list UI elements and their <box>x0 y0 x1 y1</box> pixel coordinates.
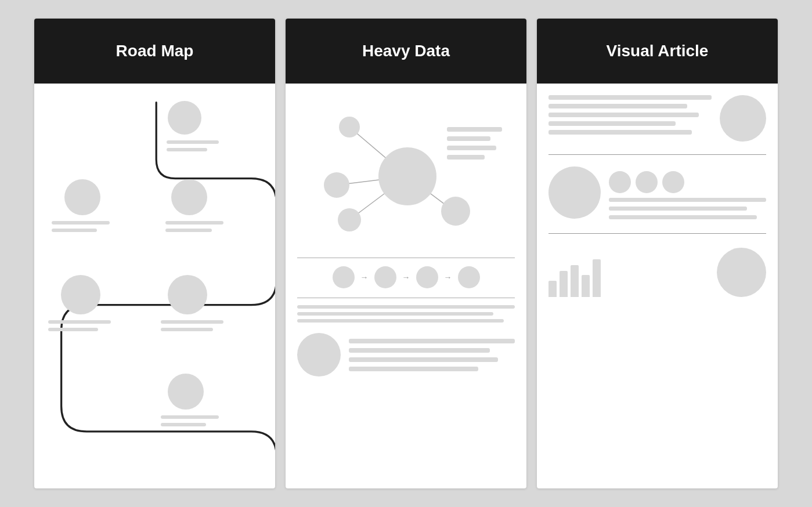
hd-text-line <box>447 127 502 132</box>
va-mid-line <box>609 207 747 211</box>
road-map-header: Road Map <box>34 19 275 84</box>
va-text-line <box>548 95 712 100</box>
va-bar-1 <box>548 281 557 297</box>
va-top-circle <box>720 95 766 142</box>
va-small-circles-row <box>609 171 766 193</box>
va-small-circle-3 <box>662 171 684 193</box>
va-mid-line <box>609 215 757 219</box>
va-bar-2 <box>560 271 568 297</box>
heavy-data-body: → → → <box>286 84 526 488</box>
rm-line <box>161 415 219 419</box>
va-text-block-1 <box>548 95 712 135</box>
hd-bottom-line <box>349 339 515 343</box>
rm-line <box>167 148 207 151</box>
cards-container: Road Map <box>17 1 795 506</box>
hd-small-circle-3 <box>338 208 361 231</box>
rm-line <box>48 328 98 331</box>
rm-lines-1 <box>167 140 219 151</box>
hd-line <box>297 312 493 316</box>
hd-small-circle-2 <box>324 172 349 198</box>
va-text-line <box>548 121 676 126</box>
hd-arrow-circle-2 <box>374 266 396 288</box>
hd-lines-section <box>297 305 515 323</box>
visual-article-header: Visual Article <box>537 19 778 84</box>
hd-arrow-3: → <box>444 273 452 282</box>
hd-text-line <box>447 136 490 141</box>
rm-line <box>165 221 223 224</box>
va-mid-line <box>609 198 766 202</box>
va-text-line <box>548 113 699 117</box>
va-text-line <box>548 104 687 108</box>
va-text-line <box>548 130 692 135</box>
hd-divider-1 <box>297 258 515 258</box>
rm-lines-2 <box>52 221 110 232</box>
hd-bottom-line <box>349 348 490 353</box>
visual-article-card: Visual Article <box>537 19 778 488</box>
rm-line <box>167 140 219 144</box>
va-medium-circle <box>548 166 601 219</box>
rm-line <box>52 221 110 224</box>
hd-arrow-circle-4 <box>458 266 480 288</box>
rm-circle-4 <box>61 275 100 314</box>
va-divider-1 <box>548 154 766 155</box>
rm-line <box>48 320 111 324</box>
va-bar-4 <box>582 275 590 297</box>
road-map-body <box>34 84 275 488</box>
bubble-network-section <box>297 95 515 252</box>
hd-arrow-1: → <box>360 273 369 282</box>
va-bar-3 <box>571 265 579 297</box>
heavy-data-header: Heavy Data <box>286 19 526 84</box>
rm-line <box>161 423 206 426</box>
hd-bottom-big-circle <box>297 333 341 376</box>
hd-line <box>297 305 515 309</box>
rm-lines-3 <box>165 221 223 232</box>
visual-article-body <box>537 84 778 488</box>
hd-bottom-lines <box>349 339 515 371</box>
rm-circle-5 <box>168 275 207 314</box>
road-map-card: Road Map <box>34 19 275 488</box>
hd-small-circle-4 <box>441 197 470 226</box>
hd-arrow-row: → → → <box>297 266 515 288</box>
rm-line <box>161 328 213 331</box>
hd-arrow-2: → <box>402 273 410 282</box>
va-mid-section <box>548 166 766 219</box>
va-small-circle-1 <box>609 171 631 193</box>
hd-arrow-circle-1 <box>333 266 355 288</box>
va-bottom-circle <box>717 248 766 297</box>
rm-line <box>52 229 97 232</box>
va-mid-right <box>609 166 766 219</box>
rm-lines-6 <box>161 415 219 426</box>
rm-line <box>161 320 223 324</box>
rm-circle-3 <box>171 179 207 215</box>
va-bar-chart <box>548 256 601 297</box>
hd-bottom-line <box>349 367 478 371</box>
rm-circle-1 <box>168 101 201 135</box>
heavy-data-card: Heavy Data <box>286 19 526 488</box>
va-top-section <box>548 95 766 142</box>
hd-small-circle-1 <box>339 117 360 137</box>
hd-text-lines-top <box>447 127 502 160</box>
va-small-circle-2 <box>636 171 658 193</box>
hd-bottom-section <box>297 333 515 376</box>
hd-text-line <box>447 146 496 150</box>
va-divider-2 <box>548 233 766 234</box>
hd-text-line <box>447 155 485 160</box>
hd-line <box>297 319 504 323</box>
va-bottom-section <box>548 248 766 297</box>
hd-divider-2 <box>297 298 515 298</box>
rm-lines-4 <box>48 320 111 331</box>
rm-circle-6 <box>168 374 204 410</box>
rm-circle-2 <box>64 179 100 215</box>
hd-arrow-circle-3 <box>416 266 438 288</box>
va-bar-5 <box>593 259 601 297</box>
rm-lines-5 <box>161 320 223 331</box>
hd-large-circle <box>378 147 436 205</box>
hd-bottom-line <box>349 357 498 362</box>
rm-line <box>165 229 212 232</box>
